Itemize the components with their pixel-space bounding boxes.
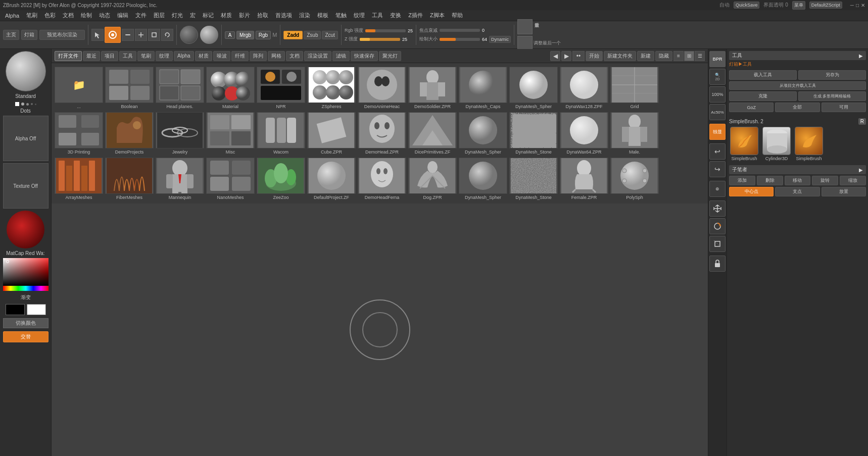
noise-tab[interactable]: 噪波 (213, 51, 230, 61)
switch-color-button[interactable]: 切换颜色 (3, 318, 49, 328)
list-item[interactable]: DynaMesh_Caps (458, 65, 508, 111)
load-tool-button[interactable]: 载入工具 (729, 70, 797, 80)
list-item[interactable]: Misc (205, 111, 256, 156)
list-item[interactable]: DefaultProject.ZF (306, 156, 357, 201)
list-item[interactable]: Boolean (104, 65, 155, 111)
dynamic-button[interactable]: Dynamic (489, 36, 511, 43)
home-button[interactable]: 主页 (3, 30, 19, 40)
list-item[interactable]: DynaWax128.ZPF (559, 65, 609, 111)
list-item[interactable]: DemoAnimeHeac (357, 65, 407, 111)
move-subtool-button[interactable]: 移动 (785, 176, 811, 185)
center-button[interactable]: ⊕ (709, 181, 726, 197)
document-tab[interactable]: 文档 (286, 51, 303, 61)
menu-texture[interactable]: 纹理 (351, 11, 368, 20)
rotate-subtool-button[interactable]: 旋转 (812, 176, 838, 185)
project-tab[interactable]: 项目 (101, 51, 118, 61)
list-item[interactable]: DynaMesh_Spher (458, 111, 508, 156)
material-preview[interactable] (180, 26, 198, 44)
list-item[interactable]: Mannequin (155, 156, 205, 201)
list-item[interactable]: DynaMesh_Spher (508, 65, 559, 111)
prev-arrow[interactable]: ◀ (550, 51, 560, 61)
swatch-black[interactable] (6, 304, 25, 315)
menu-alpha[interactable]: Alpha (2, 12, 22, 20)
list-item[interactable]: DynaMesh_Stone (508, 111, 559, 156)
open-file-tab[interactable]: 打开文件 (55, 51, 82, 61)
menu-zscript[interactable]: Z脚本 (427, 11, 448, 20)
list-item[interactable]: FiberMeshes (104, 156, 155, 201)
matcap-preview[interactable] (7, 211, 44, 248)
list-view-btn[interactable]: ≡ (673, 51, 684, 61)
goz-button[interactable]: GoZ (729, 103, 774, 112)
quicksave-tab[interactable]: 快速保存 (351, 51, 378, 61)
last-material-preview[interactable] (517, 19, 533, 34)
pivot-subtool-button[interactable]: 支点 (775, 187, 819, 196)
detail-view-btn[interactable]: ☰ (695, 51, 705, 61)
list-item[interactable]: DemoHead.ZPR (357, 111, 407, 156)
texture-tab[interactable]: 纹理 (156, 51, 173, 61)
menu-brush[interactable]: 笔刷 (23, 11, 40, 20)
list-item[interactable]: DicePrimitives.ZF (407, 111, 458, 156)
zsub-button[interactable]: Zsub (304, 31, 321, 39)
list-item[interactable]: DemoProjects (104, 111, 155, 156)
list-item[interactable]: 📁 ... (54, 65, 104, 111)
center-subtool-button[interactable]: 中心点 (729, 187, 774, 196)
render-settings-tab[interactable]: 渲染设置 (304, 51, 331, 61)
spotlight-tab[interactable]: 聚光灯 (379, 51, 401, 61)
zoom-50-button[interactable]: Ac50% (709, 104, 726, 120)
menu-render[interactable]: 渲染 (296, 11, 313, 20)
menu-stroke[interactable]: 笔触 (332, 11, 350, 20)
menu-transform[interactable]: 变换 (387, 11, 404, 20)
new-folder-button[interactable]: 新建文件夹 (604, 51, 636, 61)
array-tab[interactable]: 阵列 (250, 51, 267, 61)
lock-button[interactable] (709, 256, 726, 272)
z-strength-track[interactable] (360, 38, 400, 41)
menu-tool[interactable]: 工具 (369, 11, 386, 20)
tool-tab[interactable]: 工具 (119, 51, 136, 61)
texture-off-box[interactable]: Texture Off (3, 163, 49, 209)
place-subtool-button[interactable]: 放置 (822, 187, 866, 196)
list-item[interactable]: ZeeZoo (256, 156, 306, 201)
menu-file[interactable]: 文件 (132, 11, 150, 20)
undo-button[interactable]: ↩ (709, 143, 726, 160)
simple-brush-item-1[interactable]: SimpleBrush (729, 127, 759, 161)
solo-button[interactable]: 独显 (709, 124, 726, 140)
list-item[interactable]: PolySph (609, 156, 660, 201)
zoom-100-button[interactable]: 100% (709, 86, 726, 103)
standard-brush-preview[interactable] (6, 51, 46, 91)
color-picker[interactable] (3, 258, 49, 291)
bpr-button[interactable]: BPR (709, 51, 726, 67)
menu-movie[interactable]: 影片 (236, 11, 253, 20)
list-item[interactable]: Grid (609, 65, 660, 111)
redo-button[interactable]: ↪ (709, 161, 726, 177)
menu-edit[interactable]: 编辑 (114, 11, 131, 20)
tools-header[interactable]: 工具 ▶ (729, 51, 866, 60)
move-tool[interactable] (135, 29, 147, 41)
move-button[interactable] (709, 200, 726, 217)
list-item[interactable]: NanoMeshes (205, 156, 256, 201)
list-item[interactable]: DynaMesh_Stone (508, 156, 559, 201)
zoom2d-button[interactable]: 🔍 2D (709, 69, 726, 85)
list-item[interactable]: 3D Printing (54, 111, 104, 156)
maximize-icon[interactable]: □ (856, 3, 859, 8)
list-item[interactable]: ArrayMeshes (54, 156, 104, 201)
rgb-button[interactable]: Rgb (256, 31, 271, 39)
list-item[interactable]: Female.ZPR (559, 156, 609, 201)
scale-tool[interactable] (148, 29, 160, 41)
preview-button[interactable]: 预览布尔渲染 (39, 30, 85, 40)
brush-tab[interactable]: 笔刷 (137, 51, 155, 61)
list-item[interactable]: Wacom (256, 111, 306, 156)
recent-tab[interactable]: 最近 (83, 51, 100, 61)
menu-zplugin[interactable]: Z插件 (405, 11, 426, 20)
menu-dynamic[interactable]: 动态 (96, 11, 113, 20)
color-gradient[interactable] (3, 258, 49, 286)
scale-subtool-button[interactable]: 缩放 (840, 176, 866, 185)
delete-subtool-button[interactable]: 删除 (757, 176, 783, 185)
a-button[interactable]: A (225, 31, 235, 39)
smooth-tool[interactable] (122, 29, 134, 41)
list-item[interactable]: Head planes. (155, 65, 205, 111)
new-button[interactable]: 新建 (637, 51, 654, 61)
menu-layer[interactable]: 图层 (151, 11, 168, 20)
filter-tab[interactable]: 滤镜 (332, 51, 350, 61)
simple-brush-item-2[interactable]: SimpleBrush (794, 127, 824, 161)
minimize-icon[interactable]: ─ (850, 3, 854, 8)
